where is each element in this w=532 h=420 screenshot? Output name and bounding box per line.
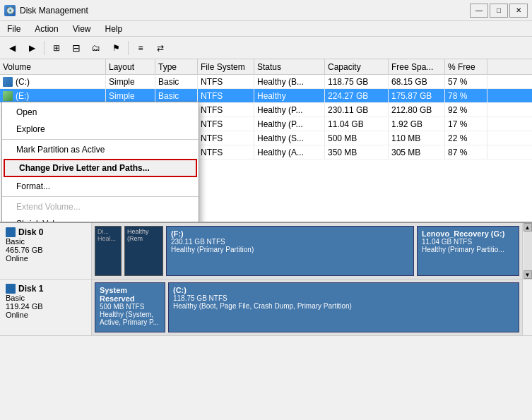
col-header-layout[interactable]: Layout <box>106 59 155 74</box>
scroll-down[interactable]: ▼ <box>524 270 532 279</box>
menu-help[interactable]: Help <box>98 21 130 36</box>
cell-capacity: 11.04 GB <box>325 117 389 131</box>
disk-size: 465.76 GB <box>6 246 85 254</box>
close-button[interactable]: ✕ <box>509 4 528 18</box>
partition-f[interactable]: (F:) 230.11 GB NTFS Healthy (Primary Par… <box>166 226 414 276</box>
partition-c[interactable]: (C:) 118.75 GB NTFS Healthy (Boot, Page … <box>168 282 519 332</box>
title-bar: 💽 Disk Management — □ ✕ <box>0 0 532 21</box>
ctx-extend: Extend Volume... <box>2 198 199 215</box>
ctx-open[interactable]: Open <box>2 104 199 121</box>
scroll-up[interactable]: ▲ <box>524 223 532 232</box>
disk-size: 119.24 GB <box>6 302 85 311</box>
toolbar-back[interactable]: ◀ <box>3 40 21 56</box>
ctx-explore[interactable]: Explore <box>2 121 199 138</box>
table-row[interactable]: (E:) Simple Basic NTFS Healthy 224.27 GB… <box>0 89 532 103</box>
menu-view[interactable]: View <box>66 21 98 36</box>
col-header-freespace[interactable]: Free Spa... <box>389 59 445 74</box>
ctx-format[interactable]: Format... <box>2 178 199 195</box>
window-title: Disk Management <box>20 6 88 16</box>
cell-fs: NTFS <box>198 75 254 88</box>
partition-status: Healthy (Primary Partition) <box>171 246 409 253</box>
disk-row: Disk 1 Basic 119.24 GB Online System Res… <box>0 280 532 336</box>
ctx-mark-active[interactable]: Mark Partition as Active <box>2 141 199 158</box>
partition-g[interactable]: Lenovo_Recovery (G:) 11.04 GB NTFS Healt… <box>417 226 519 276</box>
cell-fs: NTFS <box>198 89 254 102</box>
col-header-volume[interactable]: Volume <box>0 59 106 74</box>
partition-status: Healthy (System, Active, Primary P... <box>100 311 160 326</box>
ctx-shrink[interactable]: Shrink Volume... <box>2 215 199 223</box>
cell-freespace: 305 MB <box>389 145 445 159</box>
table-row[interactable]: (C:) Simple Basic NTFS Healthy (B... 118… <box>0 75 532 89</box>
col-header-status[interactable]: Status <box>254 59 325 74</box>
cell-layout: Simple <box>106 75 155 88</box>
table-area[interactable]: (C:) Simple Basic NTFS Healthy (B... 118… <box>0 75 532 223</box>
main-content: Volume Layout Type File System Status Ca… <box>0 59 532 420</box>
maximize-button[interactable]: □ <box>490 4 508 18</box>
ctx-separator2 <box>2 196 199 197</box>
scroll-track[interactable] <box>524 232 532 270</box>
toolbar-btn5[interactable]: ≡ <box>131 40 150 56</box>
partition-label: System Reserved <box>100 286 160 303</box>
cell-capacity: 118.75 GB <box>325 75 389 88</box>
cell-volume: (C:) <box>0 75 106 88</box>
toolbar-btn3[interactable]: 🗂 <box>87 40 105 56</box>
disk-icon <box>6 284 16 294</box>
disk-info: Disk 1 Basic 119.24 GB Online <box>0 280 92 335</box>
cell-capacity: 230.11 GB <box>325 103 389 116</box>
cell-status: Healthy (A... <box>254 145 325 159</box>
cell-freespace: 1.92 GB <box>389 117 445 131</box>
cell-capacity: 350 MB <box>325 145 389 159</box>
toolbar-btn4[interactable]: ⚑ <box>107 40 125 56</box>
context-menu: Open Explore Mark Partition as Active Ch… <box>1 102 199 223</box>
toolbar-forward[interactable]: ▶ <box>23 40 41 56</box>
partition-label: (C:) <box>173 286 514 294</box>
partition-size: 11.04 GB NTFS <box>422 238 514 246</box>
scrollbar[interactable]: ▲ ▼ <box>522 223 532 279</box>
cell-freespace: 175.87 GB <box>389 89 445 102</box>
disk-name: Disk 0 <box>18 227 43 237</box>
partition-size: 118.75 GB NTFS <box>173 294 514 302</box>
col-header-fs[interactable]: File System <box>198 59 254 74</box>
col-header-capacity[interactable]: Capacity <box>325 59 389 74</box>
cell-freespace: 212.80 GB <box>389 103 445 116</box>
toolbar-btn1[interactable]: ⊞ <box>47 40 66 56</box>
disk-partitions: Di... Heal... Healthy (Rem (F:) 230.11 G… <box>92 223 522 279</box>
disk-type: Basic <box>6 294 85 302</box>
col-header-freepct[interactable]: % Free <box>445 59 487 74</box>
cell-status: Healthy (P... <box>254 103 325 116</box>
toolbar: ◀ ▶ ⊞ ⊟ 🗂 ⚑ ≡ ⇄ <box>0 37 532 59</box>
cell-layout: Simple <box>106 89 155 102</box>
cell-status: Healthy (S... <box>254 131 325 145</box>
cell-fs: NTFS <box>198 145 254 159</box>
disk-info: Disk 0 Basic 465.76 GB Online <box>0 223 92 279</box>
disk-icon <box>3 77 13 87</box>
disk-type: Basic <box>6 237 85 246</box>
cell-freespace: 110 MB <box>389 131 445 145</box>
cell-status: Healthy <box>254 89 325 102</box>
disk-status: Online <box>6 254 85 263</box>
window-controls: — □ ✕ <box>470 4 528 18</box>
partition[interactable]: Di... Heal... <box>95 226 122 276</box>
col-header-type[interactable]: Type <box>155 59 198 74</box>
menu-file[interactable]: File <box>0 21 28 36</box>
partition-system-reserved[interactable]: System Reserved 500 MB NTFS Healthy (Sys… <box>95 282 165 332</box>
disk-row: Disk 0 Basic 465.76 GB Online Di... Heal… <box>0 223 532 280</box>
partition-status: Healthy (Boot, Page File, Crash Dump, Pr… <box>173 302 514 310</box>
cell-fs: NTFS <box>198 103 254 116</box>
cell-fs: NTFS <box>198 131 254 145</box>
cell-capacity: 500 MB <box>325 131 389 145</box>
disk-name: Disk 1 <box>18 284 43 294</box>
cell-status: Healthy (B... <box>254 75 325 88</box>
cell-volume: (E:) <box>0 89 106 102</box>
toolbar-btn2[interactable]: ⊟ <box>67 40 85 56</box>
disk-icon <box>6 227 16 237</box>
disk-area: Disk 0 Basic 465.76 GB Online Di... Heal… <box>0 223 532 420</box>
ctx-change-drive[interactable]: Change Drive Letter and Paths... <box>4 159 197 177</box>
minimize-button[interactable]: — <box>470 4 488 18</box>
partition-label: Lenovo_Recovery (G:) <box>422 229 514 238</box>
cell-status: Healthy (P... <box>254 117 325 131</box>
cell-freepct: 57 % <box>445 75 487 88</box>
menu-action[interactable]: Action <box>28 21 65 36</box>
partition[interactable]: Healthy (Rem <box>124 226 163 276</box>
toolbar-btn6[interactable]: ⇄ <box>151 40 170 56</box>
